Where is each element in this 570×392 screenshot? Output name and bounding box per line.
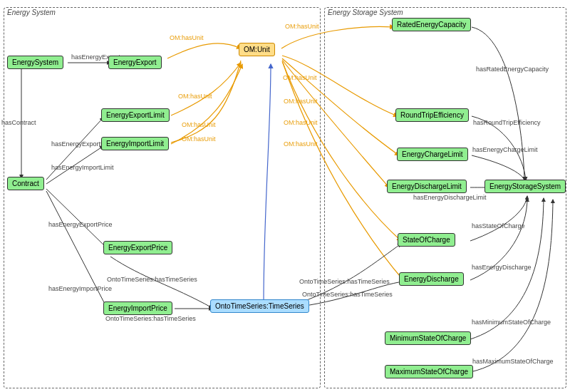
svg-text:hasContract: hasContract	[1, 119, 36, 126]
node-energy-discharge[interactable]: EnergyDischarge	[399, 272, 464, 286]
node-energy-export-price[interactable]: EnergyExportPrice	[103, 241, 172, 254]
svg-text:OntoTimeSeries:hasTimeSeries: OntoTimeSeries:hasTimeSeries	[302, 291, 393, 298]
diagram-container: Energy System Energy Storage System hasE…	[0, 0, 570, 392]
node-energy-storage-system[interactable]: EnergyStorageSystem	[484, 180, 566, 193]
svg-line-11	[46, 189, 107, 248]
node-energy-charge-limit[interactable]: EnergyChargeLimit	[397, 148, 468, 161]
node-contract[interactable]: Contract	[7, 177, 44, 190]
svg-text:hasEnergyDischarge: hasEnergyDischarge	[472, 264, 532, 271]
node-ontotimeseries[interactable]: OntoTimeSeries:TimeSeries	[210, 299, 309, 313]
svg-text:hasMinimumStateOfCharge: hasMinimumStateOfCharge	[472, 319, 551, 326]
node-energy-import-price[interactable]: EnergyImportPrice	[103, 301, 172, 315]
svg-text:OntoTimeSeries:hasTimeSeries: OntoTimeSeries:hasTimeSeries	[107, 276, 197, 283]
svg-text:hasEnergyExportPrice: hasEnergyExportPrice	[48, 221, 113, 228]
svg-text:hasEnergyImportLimit: hasEnergyImportLimit	[51, 164, 114, 171]
svg-text:OntoTimeSeries:hasTimeSeries: OntoTimeSeries:hasTimeSeries	[299, 278, 390, 285]
svg-text:OntoTimeSeries:hasTimeSeries: OntoTimeSeries:hasTimeSeries	[105, 315, 196, 322]
svg-text:hasMaximumStateOfCharge: hasMaximumStateOfCharge	[472, 358, 554, 365]
node-energy-system[interactable]: EnergySystem	[7, 56, 63, 69]
node-energy-export-limit[interactable]: EnergyExportLimit	[101, 108, 170, 122]
svg-text:hasEnergyImportPrice: hasEnergyImportPrice	[48, 285, 112, 292]
node-energy-export[interactable]: EnergyExport	[108, 56, 162, 69]
svg-text:hasStateOfCharge: hasStateOfCharge	[472, 222, 525, 229]
svg-text:OM:hasUnit: OM:hasUnit	[170, 34, 204, 41]
node-state-of-charge[interactable]: StateOfCharge	[398, 233, 455, 247]
svg-text:OM:hasUnit: OM:hasUnit	[182, 135, 216, 143]
svg-text:OM:hasUnit: OM:hasUnit	[178, 93, 212, 100]
svg-text:OM:hasUnit: OM:hasUnit	[284, 140, 318, 148]
node-om-unit[interactable]: OM:Unit	[239, 43, 275, 56]
node-maximum-state-of-charge[interactable]: MaximumStateOfCharge	[385, 365, 473, 378]
node-round-trip-efficiency[interactable]: RoundTripEfficiency	[395, 108, 469, 122]
svg-text:hasEnergyChargeLimit: hasEnergyChargeLimit	[472, 146, 538, 153]
svg-text:hasRoundTripEfficiency: hasRoundTripEfficiency	[473, 119, 541, 126]
svg-text:hasRatedEnergyCapacity: hasRatedEnergyCapacity	[476, 66, 549, 73]
node-minimum-state-of-charge[interactable]: MinimumStateOfCharge	[385, 331, 471, 345]
svg-text:OM:hasUnit: OM:hasUnit	[284, 119, 318, 126]
node-rated-energy-capacity[interactable]: RatedEnergyCapacity	[392, 18, 471, 31]
node-energy-discharge-limit[interactable]: EnergyDischargeLimit	[387, 180, 467, 193]
svg-text:hasEnergyDischargeLimit: hasEnergyDischargeLimit	[413, 194, 487, 201]
connections-svg: hasEnergyExport OM:hasUnit OM:hasUnit OM…	[0, 0, 570, 392]
node-energy-import-limit[interactable]: EnergyImportLimit	[101, 137, 169, 150]
svg-text:OM:hasUnit: OM:hasUnit	[285, 23, 319, 30]
